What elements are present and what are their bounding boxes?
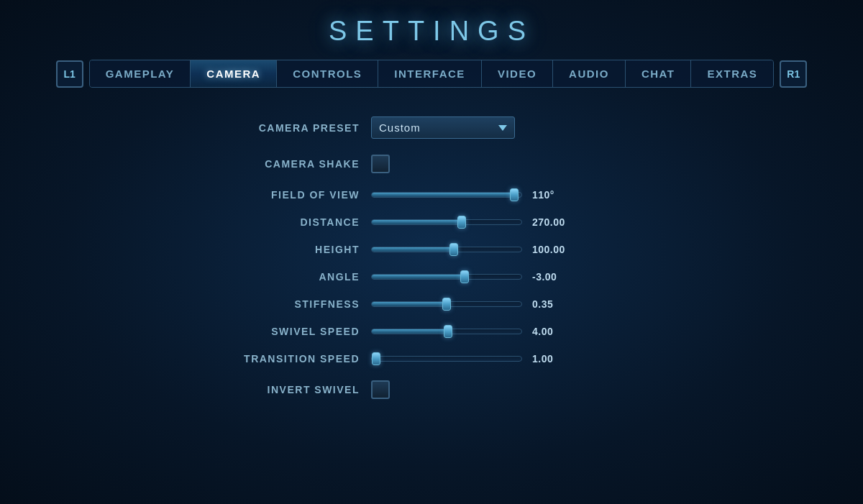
field-of-view-slider[interactable]: [371, 192, 522, 198]
transition-speed-value: 1.00: [532, 353, 575, 365]
swivel-speed-fill: [372, 329, 448, 334]
height-thumb[interactable]: [449, 243, 458, 256]
distance-control: 270.00: [371, 216, 647, 228]
distance-value: 270.00: [532, 216, 575, 228]
camera-shake-row: CAMERA SHAKE: [216, 155, 647, 173]
tabs-wrapper: L1 GAMEPLAY CAMERA CONTROLS INTERFACE VI…: [0, 60, 863, 88]
stiffness-slider[interactable]: [371, 301, 522, 307]
invert-swivel-checkbox[interactable]: [371, 380, 390, 399]
tabs-container: GAMEPLAY CAMERA CONTROLS INTERFACE VIDEO…: [89, 60, 775, 88]
swivel-speed-thumb[interactable]: [444, 325, 452, 338]
settings-grid: CAMERA PRESET Custom CAMERA SHAKE FIELD …: [216, 116, 647, 399]
camera-preset-value: Custom: [379, 122, 498, 134]
transition-speed-fill: [372, 357, 376, 361]
swivel-speed-slider[interactable]: [371, 329, 522, 334]
invert-swivel-control: [371, 380, 647, 399]
stiffness-label: STIFFNESS: [216, 298, 360, 310]
angle-fill: [372, 275, 465, 279]
transition-speed-thumb[interactable]: [372, 352, 380, 365]
field-of-view-control: 110°: [371, 189, 647, 201]
invert-swivel-row: INVERT SWIVEL: [216, 380, 647, 399]
swivel-speed-row: SWIVEL SPEED 4.00: [216, 326, 647, 337]
dropdown-arrow-icon: [498, 125, 507, 131]
height-control: 100.00: [371, 244, 647, 255]
angle-row: ANGLE -3.00: [216, 271, 647, 283]
tab-video[interactable]: VIDEO: [482, 60, 553, 87]
swivel-speed-value: 4.00: [532, 326, 575, 337]
height-row: HEIGHT 100.00: [216, 244, 647, 255]
height-slider[interactable]: [371, 247, 522, 252]
angle-control: -3.00: [371, 271, 647, 283]
angle-label: ANGLE: [216, 271, 360, 283]
swivel-speed-label: SWIVEL SPEED: [216, 326, 360, 337]
nav-right-button[interactable]: R1: [780, 60, 807, 88]
field-of-view-value: 110°: [532, 189, 575, 201]
transition-speed-control: 1.00: [371, 353, 647, 365]
field-of-view-label: FIELD OF VIEW: [216, 189, 360, 201]
camera-preset-dropdown[interactable]: Custom: [371, 116, 515, 139]
tab-interface[interactable]: INTERFACE: [378, 60, 482, 87]
nav-left-button[interactable]: L1: [56, 60, 83, 88]
distance-fill: [372, 220, 462, 224]
swivel-speed-control: 4.00: [371, 326, 647, 337]
settings-content: CAMERA PRESET Custom CAMERA SHAKE FIELD …: [0, 88, 863, 399]
camera-preset-label: CAMERA PRESET: [216, 122, 360, 134]
height-value: 100.00: [532, 244, 575, 255]
tab-extras[interactable]: EXTRAS: [691, 60, 773, 87]
distance-row: DISTANCE 270.00: [216, 216, 647, 228]
camera-preset-row: CAMERA PRESET Custom: [216, 116, 647, 139]
tab-controls[interactable]: CONTROLS: [277, 60, 378, 87]
transition-speed-label: TRANSITION SPEED: [216, 353, 360, 365]
stiffness-thumb[interactable]: [442, 298, 451, 311]
height-fill: [372, 247, 454, 252]
camera-shake-checkbox[interactable]: [371, 155, 390, 173]
angle-slider[interactable]: [371, 274, 522, 280]
field-of-view-thumb[interactable]: [510, 188, 519, 201]
tab-audio[interactable]: AUDIO: [553, 60, 626, 87]
stiffness-control: 0.35: [371, 298, 647, 310]
camera-shake-label: CAMERA SHAKE: [216, 158, 360, 170]
stiffness-row: STIFFNESS 0.35: [216, 298, 647, 310]
distance-label: DISTANCE: [216, 216, 360, 228]
distance-thumb[interactable]: [457, 216, 466, 229]
transition-speed-row: TRANSITION SPEED 1.00: [216, 353, 647, 365]
tab-gameplay[interactable]: GAMEPLAY: [90, 60, 191, 87]
angle-thumb[interactable]: [460, 270, 469, 283]
camera-shake-control: [371, 155, 647, 173]
distance-slider[interactable]: [371, 219, 522, 225]
field-of-view-row: FIELD OF VIEW 110°: [216, 189, 647, 201]
page-title: SETTINGS: [0, 0, 863, 47]
tab-camera[interactable]: CAMERA: [191, 60, 277, 87]
invert-swivel-label: INVERT SWIVEL: [216, 384, 360, 395]
angle-value: -3.00: [532, 271, 575, 283]
transition-speed-slider[interactable]: [371, 356, 522, 362]
tab-chat[interactable]: CHAT: [626, 60, 692, 87]
camera-preset-control: Custom: [371, 116, 647, 139]
stiffness-fill: [372, 302, 447, 306]
field-of-view-fill: [372, 193, 514, 197]
stiffness-value: 0.35: [532, 298, 575, 310]
height-label: HEIGHT: [216, 244, 360, 255]
